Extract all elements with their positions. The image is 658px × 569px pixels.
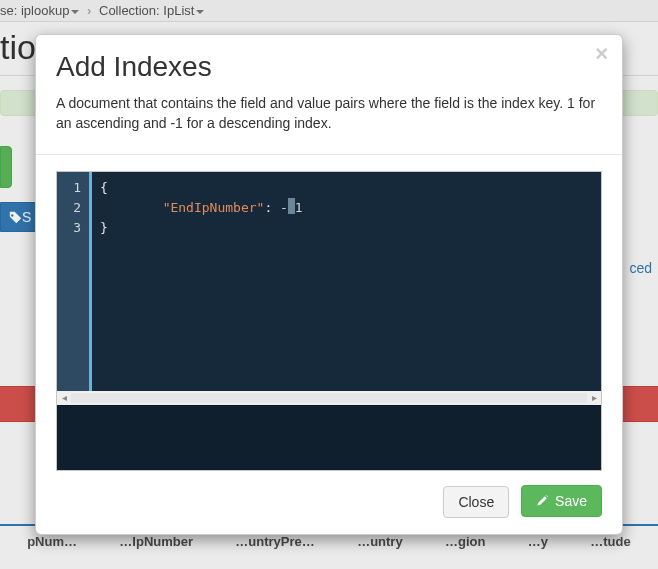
close-button[interactable]: Close: [443, 486, 509, 518]
save-button-label: Save: [555, 493, 587, 509]
code-editor-scroll[interactable]: 1 2 3 { "EndIpNumber": -1 }: [57, 172, 601, 391]
code-brace-close: }: [100, 220, 108, 235]
pencil-icon: [536, 494, 549, 507]
scroll-right-icon[interactable]: ▸: [589, 393, 599, 403]
save-button[interactable]: Save: [521, 485, 602, 517]
code-brace-open: {: [100, 180, 108, 195]
code-content[interactable]: { "EndIpNumber": -1 }: [92, 172, 601, 391]
add-indexes-modal: × Add Indexes A document that contains t…: [35, 34, 623, 535]
line-number: 2: [67, 198, 81, 218]
scroll-track[interactable]: [71, 393, 587, 403]
code-editor[interactable]: 1 2 3 { "EndIpNumber": -1 } ◂ ▸: [56, 171, 602, 471]
line-number-gutter: 1 2 3: [57, 172, 92, 391]
close-icon[interactable]: ×: [595, 43, 608, 65]
modal-footer: Close Save: [36, 471, 622, 535]
modal-body: 1 2 3 { "EndIpNumber": -1 } ◂ ▸: [36, 155, 622, 471]
horizontal-scrollbar[interactable]: ◂ ▸: [57, 391, 601, 405]
modal-header: Add Indexes A document that contains the…: [36, 35, 622, 142]
code-key: "EndIpNumber": [163, 200, 265, 215]
modal-title: Add Indexes: [56, 51, 602, 83]
code-colon: :: [264, 200, 280, 215]
code-value: -1: [280, 200, 303, 215]
text-cursor: [288, 198, 295, 214]
modal-subtitle: A document that contains the field and v…: [56, 93, 602, 134]
line-number: 1: [67, 178, 81, 198]
line-number: 3: [67, 218, 81, 238]
editor-bottom-panel: [57, 405, 601, 470]
modal-overlay: × Add Indexes A document that contains t…: [0, 0, 658, 569]
close-button-label: Close: [458, 494, 494, 510]
scroll-left-icon[interactable]: ◂: [59, 393, 69, 403]
